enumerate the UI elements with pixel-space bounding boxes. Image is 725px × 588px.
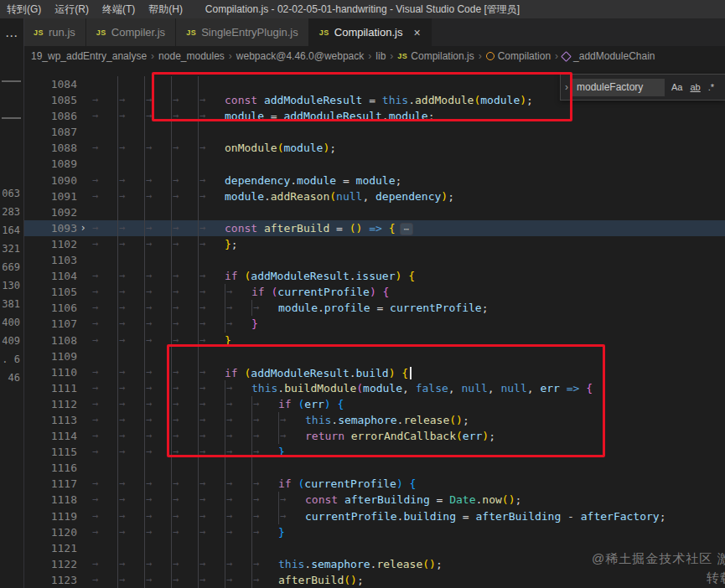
clipped-line-number[interactable]: . 6 [2, 353, 20, 365]
clipped-line-number[interactable]: 381 [2, 298, 20, 310]
close-icon[interactable]: × [413, 27, 420, 39]
clipped-line-number[interactable]: 409 [2, 335, 20, 347]
code-line[interactable]: 1093›→→→→→const afterBuild = () => {⋯ [23, 220, 725, 236]
menu-item[interactable]: 终端(T) [96, 0, 142, 18]
code-line[interactable]: 1107→→→→→→} [23, 316, 725, 332]
line-number[interactable]: 1123 [23, 572, 77, 588]
editor-tab[interactable]: JSrun.js [23, 18, 86, 46]
more-actions-icon[interactable]: ⋯ [0, 28, 23, 44]
code-line[interactable]: 1086→→→→→module = addModuleResult.module… [23, 108, 725, 124]
code-line[interactable]: 1115→→→→→→→} [23, 444, 725, 460]
line-number[interactable]: 1109 [23, 348, 77, 364]
line-number[interactable]: 1112 [23, 396, 77, 412]
code-line[interactable]: 1092 [23, 204, 725, 220]
code-line[interactable]: 1090→→→→→dependency.module = module; [23, 173, 725, 188]
folded-code-placeholder[interactable]: ⋯ [400, 223, 414, 235]
line-number[interactable]: 1114 [23, 428, 77, 444]
indent-tab [144, 252, 171, 268]
line-number[interactable]: 1084 [23, 76, 77, 92]
line-number[interactable]: 1116 [23, 460, 77, 476]
line-number[interactable]: 1093 [23, 220, 77, 236]
code-editor[interactable]: 10841085→→→→→const addModuleResult = thi… [23, 66, 725, 588]
code-line[interactable]: 1123→→→→→→→afterBuild(); [23, 572, 725, 588]
breadcrumb-item[interactable]: node_modules [158, 50, 225, 62]
code-line[interactable]: 1113→→→→→→→→this.semaphore.release(); [23, 412, 725, 428]
editor-tab[interactable]: JSSingleEntryPlugin.js [176, 18, 309, 46]
code-line[interactable]: 1105→→→→→→if (currentProfile) { [23, 284, 725, 300]
code-line[interactable]: 1111→→→→→→this.buildModule(module, false… [23, 380, 725, 396]
line-number[interactable]: 1117 [23, 476, 77, 492]
breadcrumb-item[interactable]: JSCompilation.js [397, 50, 474, 62]
code-line[interactable]: 1109 [23, 348, 725, 364]
code-line[interactable]: 1088→→→→→onModule(module); [23, 140, 725, 156]
line-number[interactable]: 1110 [23, 364, 77, 380]
editor-tab[interactable]: JSCompiler.js [86, 18, 176, 46]
line-number[interactable]: 1115 [23, 444, 77, 460]
line-number[interactable]: 1107 [23, 316, 77, 332]
menu-item[interactable]: 转到(G) [0, 0, 48, 18]
code-line[interactable]: 1087 [23, 124, 725, 140]
line-number[interactable]: 1087 [23, 124, 77, 140]
breadcrumb-item[interactable]: 19_wp_addEntry_analyse [31, 50, 147, 62]
code-line[interactable]: 1110→→→→→if (addModuleResult.build) { [23, 364, 725, 380]
menu-item[interactable]: 运行(R) [48, 0, 96, 18]
line-number[interactable]: 1111 [23, 380, 77, 396]
clipped-line-number[interactable]: 669 [2, 261, 20, 273]
find-input[interactable] [572, 79, 665, 96]
line-number[interactable]: 1102 [23, 236, 77, 252]
whole-word-toggle[interactable]: ab [687, 81, 702, 93]
regex-toggle[interactable]: .* [706, 81, 717, 93]
indent-tab: → [91, 333, 117, 348]
code-line[interactable]: 1091→→→→→module.addReason(null, dependen… [23, 188, 725, 204]
code-line[interactable]: 1114→→→→→→→→return errorAndCallback(err)… [23, 428, 725, 444]
line-number[interactable]: 1118 [23, 492, 77, 508]
line-number[interactable]: 1119 [23, 508, 77, 524]
fold-chevron-icon[interactable]: › [77, 220, 89, 236]
line-number[interactable]: 1120 [23, 524, 77, 540]
line-number[interactable]: 1089 [23, 156, 77, 172]
match-case-toggle[interactable]: Aa [669, 81, 685, 93]
line-number[interactable]: 1085 [23, 92, 77, 108]
clipped-line-number[interactable]: 164 [2, 224, 20, 236]
indent-tab: → [251, 508, 278, 524]
breadcrumb-item[interactable]: Compilation [486, 50, 551, 62]
breadcrumb-item[interactable]: webpack@4.46.0@webpack [236, 50, 364, 62]
line-number[interactable]: 1105 [23, 284, 77, 300]
line-number[interactable]: 1091 [23, 188, 77, 204]
code-line[interactable]: 1089 [23, 156, 725, 172]
code-line[interactable]: 1112→→→→→→→if (err) { [23, 396, 725, 412]
code-line[interactable]: 1119→→→→→→→→currentProfile.building = af… [23, 508, 725, 524]
clipped-line-number[interactable]: 400 [2, 317, 20, 328]
line-number[interactable]: 1108 [23, 333, 77, 348]
code-line[interactable]: 1108→→→→→} [23, 333, 725, 348]
code-line[interactable]: 1118→→→→→→→→const afterBuilding = Date.n… [23, 492, 725, 508]
code-line[interactable]: 1104→→→→→if (addModuleResult.issuer) { [23, 268, 725, 284]
clipped-line-number[interactable]: 063 [2, 188, 20, 199]
clipped-line-number[interactable]: 321 [2, 243, 20, 255]
line-number[interactable]: 1103 [23, 252, 77, 268]
clipped-line-number[interactable]: . 46 [0, 372, 20, 384]
menu-item[interactable]: 帮助(H) [142, 0, 189, 18]
line-number[interactable]: 1113 [23, 412, 77, 428]
line-number[interactable]: 1121 [23, 540, 77, 556]
line-number[interactable]: 1090 [23, 173, 77, 188]
line-number[interactable]: 1106 [23, 300, 77, 316]
code-line[interactable]: 1117→→→→→→→if (currentProfile) { [23, 476, 725, 492]
line-number[interactable]: 1104 [23, 268, 77, 284]
breadcrumb-item[interactable]: _addModuleChain [562, 50, 655, 62]
code-line[interactable]: 1103 [23, 252, 725, 268]
code-line[interactable]: 1102→→→→→}; [23, 236, 725, 252]
clipped-line-number[interactable]: 130 [2, 280, 20, 291]
code-line[interactable]: 1106→→→→→→→module.profile = currentProfi… [23, 300, 725, 316]
line-number[interactable]: 1122 [23, 556, 77, 572]
line-number[interactable]: 1086 [23, 108, 77, 124]
left-editor-strip[interactable]: ⋯ 063283164321669130381400409. 6. 46 [0, 18, 24, 588]
line-number[interactable]: 1092 [23, 204, 77, 220]
breadcrumb-item[interactable]: lib [375, 50, 386, 62]
code-line[interactable]: 1120→→→→→→→} [23, 524, 725, 540]
line-number[interactable]: 1088 [23, 140, 77, 156]
toggle-replace-chevron-icon[interactable]: › [561, 81, 572, 93]
editor-tab[interactable]: JSCompilation.js× [309, 18, 432, 46]
code-line[interactable]: 1116 [23, 460, 725, 476]
clipped-line-number[interactable]: 283 [2, 206, 20, 218]
